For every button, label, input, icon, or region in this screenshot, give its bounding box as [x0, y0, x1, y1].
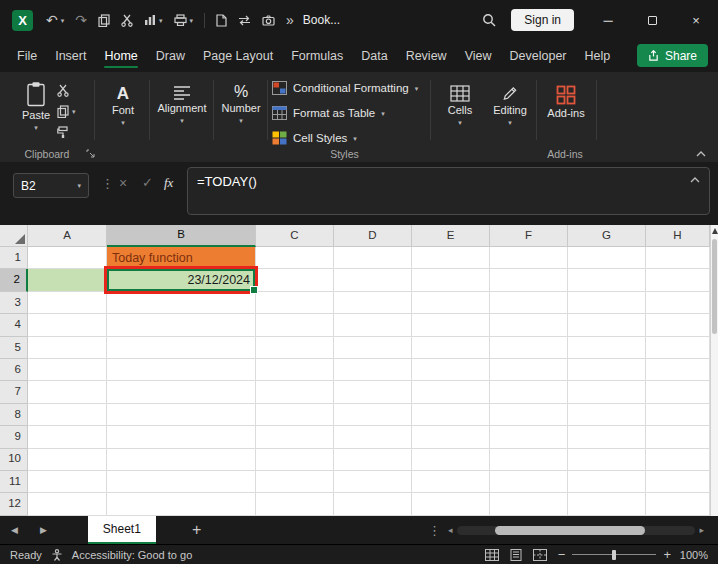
scroll-left-icon[interactable]: ◂: [448, 526, 453, 535]
cancel-entry-button[interactable]: ×: [119, 175, 127, 191]
cell-b9[interactable]: [107, 426, 256, 448]
row-header-1[interactable]: 1: [0, 247, 28, 269]
cell-g10[interactable]: [568, 449, 646, 471]
zoom-slider[interactable]: [572, 549, 656, 561]
font-button[interactable]: A Font ▾: [100, 85, 146, 126]
sheet-next-button[interactable]: ▶: [29, 525, 58, 535]
cell-h12[interactable]: [646, 493, 710, 515]
camera-button[interactable]: [262, 15, 275, 26]
cell-a10[interactable]: [28, 449, 107, 471]
horizontal-scroll-thumb[interactable]: [495, 526, 645, 535]
search-button[interactable]: [482, 13, 496, 27]
cell-a8[interactable]: [28, 404, 107, 426]
cell-e10[interactable]: [412, 449, 490, 471]
column-header-a[interactable]: A: [28, 225, 107, 247]
cell-g6[interactable]: [568, 359, 646, 381]
cell-b5[interactable]: [107, 337, 256, 359]
cell-e9[interactable]: [412, 426, 490, 448]
cell-g5[interactable]: [568, 337, 646, 359]
cell-f6[interactable]: [490, 359, 568, 381]
cell-c1[interactable]: [256, 247, 334, 269]
cell-e5[interactable]: [412, 337, 490, 359]
select-all-button[interactable]: [0, 225, 28, 247]
menu-tab-draw[interactable]: Draw: [147, 40, 194, 72]
row-header-12[interactable]: 12: [0, 493, 28, 515]
cell-e6[interactable]: [412, 359, 490, 381]
horizontal-scrollbar[interactable]: ◂ ▸: [448, 525, 704, 535]
cell-h4[interactable]: [646, 314, 710, 336]
cell-a2[interactable]: [28, 269, 107, 291]
expand-formula-bar-icon[interactable]: [690, 177, 700, 183]
paste-button[interactable]: Paste ▾: [15, 81, 57, 131]
cell-d5[interactable]: [334, 337, 412, 359]
cell-f4[interactable]: [490, 314, 568, 336]
cell-d8[interactable]: [334, 404, 412, 426]
cell-e1[interactable]: [412, 247, 490, 269]
add-sheet-button[interactable]: +: [192, 521, 201, 539]
cell-a11[interactable]: [28, 471, 107, 493]
cell-h8[interactable]: [646, 404, 710, 426]
format-painter-button[interactable]: [57, 126, 76, 139]
cell-a4[interactable]: [28, 314, 107, 336]
cell-h3[interactable]: [646, 292, 710, 314]
cell-h9[interactable]: [646, 426, 710, 448]
zoom-out-button[interactable]: −: [558, 548, 566, 561]
collapse-ribbon-button[interactable]: [696, 151, 706, 157]
zoom-in-button[interactable]: +: [663, 548, 671, 561]
cell-e3[interactable]: [412, 292, 490, 314]
sheet-prev-button[interactable]: ◀: [0, 525, 29, 535]
cell-e11[interactable]: [412, 471, 490, 493]
add-ins-button[interactable]: Add-ins: [540, 85, 592, 119]
cell-e2[interactable]: [412, 269, 490, 291]
copy-button-qat[interactable]: [98, 14, 110, 27]
cell-h2[interactable]: [646, 269, 710, 291]
cell-d7[interactable]: [334, 381, 412, 403]
cell-h1[interactable]: [646, 247, 710, 269]
cell-a3[interactable]: [28, 292, 107, 314]
cell-f1[interactable]: [490, 247, 568, 269]
cell-g4[interactable]: [568, 314, 646, 336]
cell-a1[interactable]: [28, 247, 107, 269]
cell-h10[interactable]: [646, 449, 710, 471]
accessibility-status[interactable]: Accessibility: Good to go: [72, 549, 192, 561]
row-header-7[interactable]: 7: [0, 381, 28, 403]
cell-f2[interactable]: [490, 269, 568, 291]
insert-function-button[interactable]: fx: [164, 175, 173, 191]
conditional-formatting-button[interactable]: Conditional Formatting ▾: [272, 78, 418, 98]
sign-in-button[interactable]: Sign in: [511, 9, 574, 31]
cell-c8[interactable]: [256, 404, 334, 426]
horizontal-scroll-track[interactable]: [457, 526, 696, 535]
cell-b3[interactable]: [107, 292, 256, 314]
cell-g3[interactable]: [568, 292, 646, 314]
normal-view-icon[interactable]: [485, 549, 499, 561]
cell-b8[interactable]: [107, 404, 256, 426]
cell-a12[interactable]: [28, 493, 107, 515]
sheetbar-more-icon[interactable]: ⋮: [428, 523, 441, 538]
cell-f5[interactable]: [490, 337, 568, 359]
clipboard-dialog-launcher[interactable]: [86, 149, 95, 158]
chart-button-qat[interactable]: ▾: [144, 14, 163, 26]
cut-button-qat[interactable]: [121, 14, 133, 27]
column-header-b[interactable]: B: [107, 225, 256, 247]
formula-bar-drag-handle[interactable]: ⋮: [101, 176, 114, 191]
zoom-slider-thumb[interactable]: [612, 550, 616, 560]
cell-c2[interactable]: [256, 269, 334, 291]
row-header-6[interactable]: 6: [0, 359, 28, 381]
cell-e12[interactable]: [412, 493, 490, 515]
cell-c11[interactable]: [256, 471, 334, 493]
cell-a9[interactable]: [28, 426, 107, 448]
menu-tab-page-layout[interactable]: Page Layout: [194, 40, 282, 72]
redo-button[interactable]: ↷: [75, 13, 87, 27]
cell-b1[interactable]: Today function: [107, 247, 256, 269]
column-header-h[interactable]: H: [646, 225, 710, 247]
cell-c3[interactable]: [256, 292, 334, 314]
cell-c4[interactable]: [256, 314, 334, 336]
cell-b7[interactable]: [107, 381, 256, 403]
number-button[interactable]: % Number ▾: [216, 84, 266, 124]
editing-button[interactable]: Editing ▾: [486, 85, 534, 126]
page-break-view-icon[interactable]: [533, 549, 547, 561]
cell-e8[interactable]: [412, 404, 490, 426]
row-header-8[interactable]: 8: [0, 404, 28, 426]
alignment-button[interactable]: Alignment ▾: [152, 85, 212, 124]
cell-g11[interactable]: [568, 471, 646, 493]
